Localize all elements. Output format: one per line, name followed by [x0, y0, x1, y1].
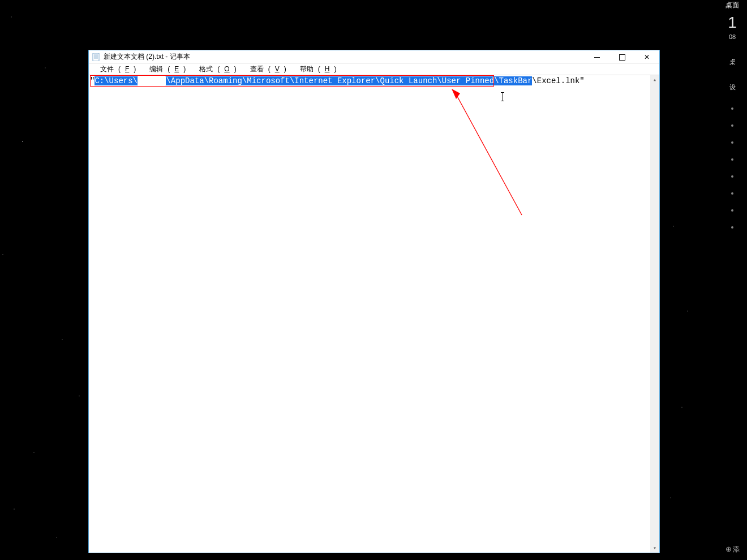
widget-clock: 1	[725, 12, 739, 33]
window-maximize-button[interactable]	[609, 50, 634, 64]
window-title: 新建文本文档 (2).txt - 记事本	[104, 52, 190, 62]
widget-shortcut-2[interactable]: 设	[729, 83, 736, 92]
desktop-widget-sidebar: 桌面 1 08 桌 设 添	[718, 0, 747, 560]
widget-top-label[interactable]: 桌面	[725, 1, 739, 10]
window-close-button[interactable]	[634, 50, 659, 64]
trailing-text: \Excel.lnk"	[532, 76, 584, 85]
widget-date: 08	[725, 33, 739, 41]
editor-content[interactable]: "C:\Users\██████\AppData\Roaming\Microso…	[90, 76, 650, 552]
menu-view[interactable]: 查看(V)	[241, 64, 291, 75]
widget-add-button[interactable]: 添	[725, 545, 740, 554]
menu-file[interactable]: 文件(F)	[91, 64, 140, 75]
menu-bar: 文件(F) 编辑(E) 格式(O) 查看(V) 帮助(H)	[89, 64, 659, 75]
menu-edit[interactable]: 编辑(E)	[140, 64, 190, 75]
selected-text: C:\Users\██████\AppData\Roaming\Microsof…	[95, 76, 532, 85]
window-minimize-button[interactable]	[585, 50, 609, 64]
vertical-scrollbar[interactable]: ▴ ▾	[650, 75, 659, 553]
menu-format[interactable]: 格式(O)	[190, 64, 241, 75]
notepad-icon	[92, 53, 100, 61]
scroll-up-arrow-icon[interactable]: ▴	[650, 75, 659, 84]
notepad-window: 新建文本文档 (2).txt - 记事本 文件(F) 编辑(E) 格式(O) 查…	[88, 50, 660, 553]
widget-shortcut-1[interactable]: 桌	[729, 58, 736, 66]
scroll-down-arrow-icon[interactable]: ▾	[650, 544, 659, 553]
widget-dot-indicators	[731, 107, 733, 229]
redacted-username: ██████	[138, 76, 166, 85]
menu-help[interactable]: 帮助(H)	[291, 64, 341, 75]
editor-area[interactable]: "C:\Users\██████\AppData\Roaming\Microso…	[89, 75, 659, 553]
text-caret-icon	[501, 92, 504, 101]
window-titlebar[interactable]: 新建文本文档 (2).txt - 记事本	[89, 50, 659, 64]
